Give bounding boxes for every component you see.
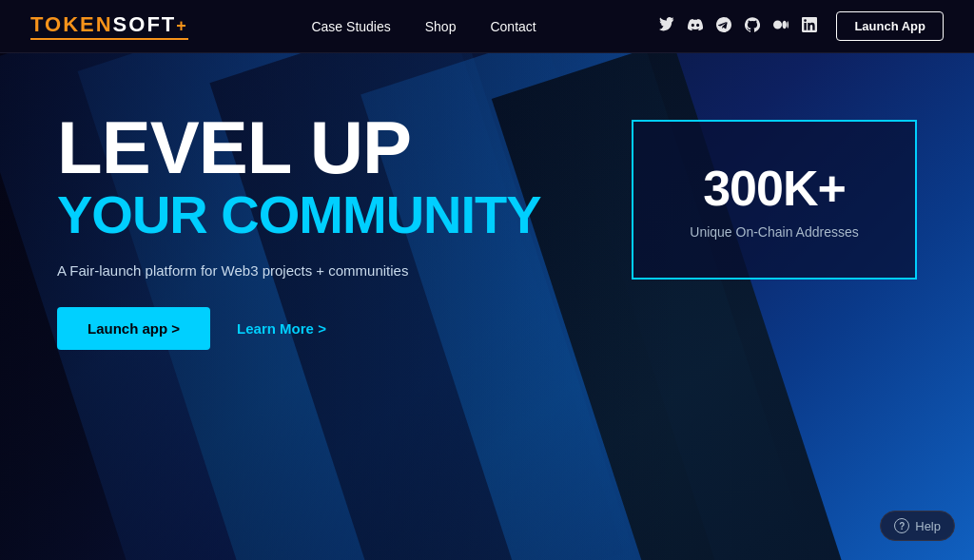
help-label: Help xyxy=(915,519,941,533)
hero-right: 300K+ Unique On-Chain Addresses xyxy=(575,110,917,280)
nav-link-case-studies[interactable]: Case Studies xyxy=(311,19,390,34)
hero-learn-more-button[interactable]: Learn More > xyxy=(237,320,326,337)
hero-subtitle: A Fair-launch platform for Web3 projects… xyxy=(57,262,575,279)
nav-launch-app-button[interactable]: Launch App xyxy=(836,11,944,41)
nav-link-shop[interactable]: Shop xyxy=(425,19,457,34)
hero-actions: Launch app > Learn More > xyxy=(57,307,575,350)
hero-content: LEVEL UP YOUR COMMUNITY A Fair-launch pl… xyxy=(0,53,974,560)
stats-number: 300K+ xyxy=(681,160,867,217)
hero-title-line1: LEVEL UP xyxy=(57,110,575,184)
nav-links: Case Studies Shop Contact xyxy=(311,19,536,34)
help-button[interactable]: ? Help xyxy=(880,511,955,541)
medium-icon[interactable] xyxy=(773,17,789,36)
stats-label: Unique On-Chain Addresses xyxy=(681,224,867,240)
nav-social-icons xyxy=(659,17,817,36)
stats-card: 300K+ Unique On-Chain Addresses xyxy=(632,120,917,280)
logo-text: TOKENSOFT+ xyxy=(30,12,188,36)
help-icon: ? xyxy=(894,518,909,533)
hero-title-line2: YOUR COMMUNITY xyxy=(57,188,575,241)
navbar: TOKENSOFT+ Case Studies Shop Contact xyxy=(0,0,974,53)
nav-link-contact[interactable]: Contact xyxy=(490,19,536,34)
hero-launch-app-button[interactable]: Launch app > xyxy=(57,307,210,350)
linkedin-icon[interactable] xyxy=(802,17,817,36)
logo-underline xyxy=(30,38,188,40)
github-icon[interactable] xyxy=(745,17,760,36)
hero-left: LEVEL UP YOUR COMMUNITY A Fair-launch pl… xyxy=(57,110,575,350)
logo: TOKENSOFT+ xyxy=(30,12,188,40)
twitter-icon[interactable] xyxy=(659,17,674,36)
discord-icon[interactable] xyxy=(688,17,703,36)
hero-section: LEVEL UP YOUR COMMUNITY A Fair-launch pl… xyxy=(0,53,974,560)
telegram-icon[interactable] xyxy=(716,17,731,36)
